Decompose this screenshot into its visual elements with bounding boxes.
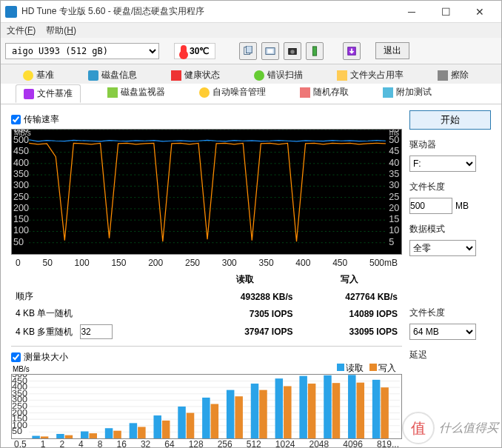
svg-text:250: 250 <box>13 192 29 202</box>
svg-rect-79 <box>251 384 259 438</box>
tab-extratests[interactable]: 附加测试 <box>375 84 439 101</box>
thread-count-input[interactable] <box>80 324 113 339</box>
svg-rect-66 <box>89 433 97 438</box>
tab-filebenchmark[interactable]: 文件基准 <box>16 84 81 103</box>
svg-rect-76 <box>211 404 219 438</box>
svg-rect-6 <box>313 46 317 55</box>
svg-rect-84 <box>308 384 316 438</box>
health-icon <box>171 70 181 81</box>
svg-rect-68 <box>113 431 121 438</box>
svg-text:400: 400 <box>13 158 29 168</box>
svg-text:15: 15 <box>389 214 399 224</box>
speaker-icon <box>199 87 210 98</box>
tab-info[interactable]: 磁盘信息 <box>81 67 144 84</box>
svg-rect-81 <box>275 378 284 438</box>
svg-text:20: 20 <box>389 203 399 213</box>
temperature-display: 30℃ <box>174 43 215 59</box>
info-icon <box>88 70 98 81</box>
svg-text:45: 45 <box>389 147 399 157</box>
svg-rect-69 <box>130 423 138 438</box>
close-button[interactable]: ✕ <box>463 1 497 22</box>
svg-rect-87 <box>348 375 356 438</box>
chart2-legend: 读取 写入 <box>337 362 396 375</box>
svg-rect-72 <box>162 421 170 438</box>
results-table: 读取写入 顺序493288 KB/s427764 KB/s 4 KB 单一随机7… <box>11 271 402 341</box>
tab-erase[interactable]: 擦除 <box>430 67 476 84</box>
svg-rect-70 <box>138 427 146 438</box>
watermark: 值 什么值得买 <box>402 412 498 444</box>
svg-rect-67 <box>105 428 113 438</box>
svg-rect-74 <box>187 413 195 438</box>
svg-text:350: 350 <box>13 169 29 179</box>
transfer-chart: 5010015020025030035040045050055051015202… <box>11 129 402 255</box>
svg-rect-80 <box>259 390 267 438</box>
thermometer-icon <box>181 45 187 57</box>
tab-randomaccess[interactable]: 随机存取 <box>292 84 356 101</box>
tab-health[interactable]: 健康状态 <box>164 67 227 84</box>
svg-point-5 <box>291 50 295 53</box>
bulb-icon <box>23 70 33 81</box>
svg-text:150: 150 <box>13 214 29 224</box>
x-axis-ticks: 050100150200250300350400450500mB <box>11 258 402 268</box>
copy-screenshot-button[interactable] <box>261 42 279 60</box>
scan-icon <box>254 70 264 81</box>
svg-rect-71 <box>153 415 161 438</box>
table-row: 4 KB 单一随机7305 IOPS14089 IOPS <box>11 305 402 322</box>
svg-rect-63 <box>56 434 64 438</box>
svg-text:40: 40 <box>389 158 399 168</box>
table-row: 4 KB 多重随机 37947 IOPS33095 IOPS <box>11 322 402 341</box>
drive-letter-select[interactable]: F: <box>409 156 476 172</box>
svg-rect-77 <box>227 390 235 438</box>
random-icon <box>300 87 310 98</box>
erase-icon <box>438 70 448 81</box>
maximize-button[interactable]: ☐ <box>429 1 463 22</box>
save-button[interactable] <box>343 42 361 60</box>
svg-text:50: 50 <box>13 237 24 247</box>
x-axis-ticks-2: 0.51248163264128256512102420484096819... <box>11 439 402 448</box>
minimize-button[interactable]: ─ <box>395 1 429 22</box>
tab-aam[interactable]: 自动噪音管理 <box>192 84 273 101</box>
drive-select[interactable]: aigo U393 (512 gB) <box>5 43 159 59</box>
svg-text:35: 35 <box>389 169 399 179</box>
svg-text:500: 500 <box>12 375 27 379</box>
svg-rect-83 <box>299 376 307 438</box>
options-button[interactable] <box>306 42 324 60</box>
svg-rect-82 <box>284 386 292 438</box>
svg-text:300: 300 <box>13 181 29 191</box>
svg-rect-89 <box>372 380 381 438</box>
save-screenshot-button[interactable] <box>284 42 301 60</box>
y2-axis-unit: ms <box>389 129 399 137</box>
svg-rect-75 <box>202 398 210 438</box>
svg-rect-85 <box>324 375 332 438</box>
block-file-length-select[interactable]: 64 MB <box>409 324 476 340</box>
svg-rect-62 <box>41 436 49 438</box>
window-title: HD Tune 专业版 5.60 - 硬盘/固态硬盘实用程序 <box>21 5 395 18</box>
extra-icon <box>383 87 393 98</box>
tab-errorscan[interactable]: 错误扫描 <box>247 67 310 84</box>
data-mode-select[interactable]: 全零 <box>409 240 476 256</box>
svg-text:25: 25 <box>389 192 399 202</box>
tab-diskmonitor[interactable]: 磁盘监视器 <box>100 84 173 101</box>
tab-benchmark[interactable]: 基准 <box>16 67 61 84</box>
menu-file[interactable]: 文件(F) <box>7 24 36 37</box>
transfer-rate-checkbox[interactable]: 传输速率 <box>11 113 402 126</box>
start-button[interactable]: 开始 <box>409 110 491 130</box>
tab-folderusage[interactable]: 文件夹占用率 <box>329 67 411 84</box>
file-icon <box>24 89 34 99</box>
y-axis-unit: MB/s <box>14 129 31 137</box>
table-row: 顺序493288 KB/s427764 KB/s <box>11 288 402 305</box>
svg-text:30: 30 <box>389 181 399 191</box>
svg-rect-73 <box>178 407 186 438</box>
svg-text:200: 200 <box>13 203 29 213</box>
exit-button[interactable]: 退出 <box>375 42 409 59</box>
menu-help[interactable]: 帮助(H) <box>46 24 76 37</box>
svg-text:10: 10 <box>389 226 399 236</box>
blocksize-chart: 50100150200250300350400450500 <box>11 374 402 439</box>
monitor-icon <box>107 87 118 98</box>
copy-info-button[interactable] <box>239 42 257 60</box>
svg-rect-1 <box>247 46 252 53</box>
svg-rect-3 <box>268 49 273 53</box>
svg-rect-88 <box>357 383 365 438</box>
svg-text:100: 100 <box>13 226 29 236</box>
file-length-input[interactable] <box>409 198 452 214</box>
